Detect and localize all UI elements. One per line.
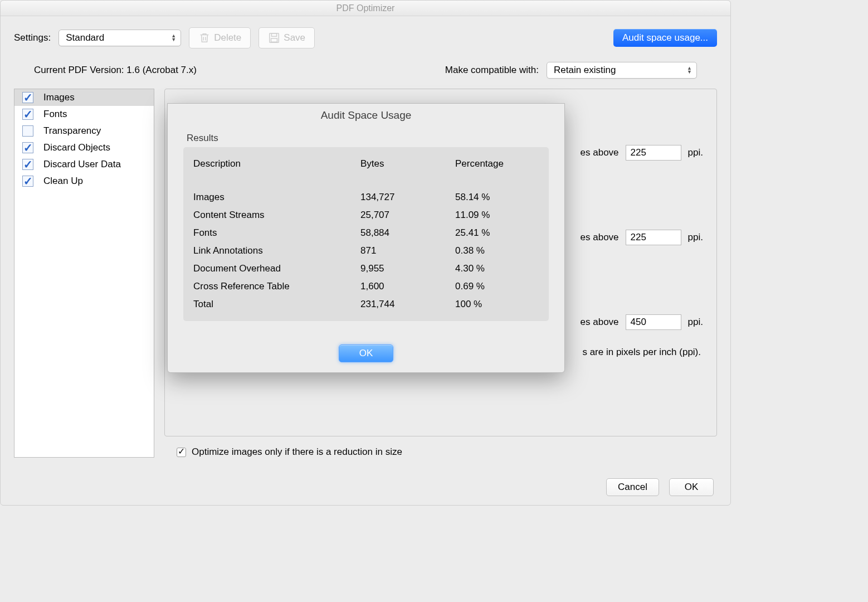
- audit-space-usage-dialog: Audit Space Usage Results Description By…: [167, 103, 565, 373]
- cell-desc: Images: [193, 192, 360, 203]
- settings-toolbar: Settings: Standard ▲▼ Delete Save Audit …: [1, 16, 730, 54]
- table-row: Images 134,727 58.14 %: [193, 188, 539, 206]
- cell-pct: 4.30 %: [455, 263, 539, 274]
- results-label: Results: [168, 133, 564, 147]
- table-row: Content Streams 25,707 11.09 %: [193, 206, 539, 224]
- ok-button[interactable]: OK: [669, 478, 714, 496]
- ppi-unit: ppi.: [688, 317, 703, 328]
- checkbox-icon[interactable]: [22, 142, 33, 153]
- ppi-input-3[interactable]: [626, 314, 681, 330]
- checkbox-icon[interactable]: [22, 159, 33, 170]
- ppi-row-text: es above: [581, 232, 619, 243]
- sidebar-item-clean-up[interactable]: Clean Up: [14, 173, 154, 190]
- audit-space-usage-button[interactable]: Audit space usage...: [613, 29, 717, 47]
- cell-pct: 11.09 %: [455, 210, 539, 221]
- cell-pct: 58.14 %: [455, 192, 539, 203]
- ppi-row-text: es above: [581, 317, 619, 328]
- sidebar-item-label: Clean Up: [43, 176, 83, 187]
- dialog-ok-button[interactable]: OK: [339, 344, 393, 362]
- ppi-input-1[interactable]: [626, 145, 681, 161]
- cell-bytes: 9,955: [360, 263, 455, 274]
- sidebar-item-label: Transparency: [43, 125, 101, 137]
- compatibility-select-value: Retain existing: [554, 65, 616, 76]
- sidebar-item-transparency[interactable]: Transparency: [14, 123, 154, 139]
- delete-button: Delete: [189, 27, 251, 48]
- cell-bytes: 25,707: [360, 210, 455, 221]
- save-button-label: Save: [284, 32, 305, 43]
- sidebar-item-label: Discard User Data: [43, 159, 121, 170]
- cell-bytes: 1,600: [360, 281, 455, 292]
- checkbox-icon[interactable]: [22, 125, 33, 137]
- table-row-total: Total 231,744 100 %: [193, 295, 539, 313]
- make-compatible-label: Make compatible with:: [445, 65, 539, 76]
- checkbox-icon[interactable]: [22, 176, 33, 187]
- cell-pct: 100 %: [455, 299, 539, 310]
- sidebar-item-discard-user-data[interactable]: Discard User Data: [14, 156, 154, 173]
- ppi-input-2[interactable]: [626, 230, 681, 245]
- sidebar-item-label: Images: [43, 92, 75, 103]
- category-sidebar: Images Fonts Transparency Discard Object…: [14, 89, 154, 458]
- chevron-updown-icon: ▲▼: [171, 34, 176, 42]
- cell-desc: Total: [193, 299, 360, 310]
- optimize-only-checkbox[interactable]: [177, 448, 186, 457]
- cell-pct: 0.69 %: [455, 281, 539, 292]
- table-row: Document Overhead 9,955 4.30 %: [193, 260, 539, 278]
- sidebar-item-images[interactable]: Images: [14, 89, 154, 106]
- version-compat-row: Current PDF Version: 1.6 (Acrobat 7.x) M…: [1, 54, 730, 83]
- trash-icon: [198, 31, 211, 45]
- compatibility-select[interactable]: Retain existing ▲▼: [547, 62, 697, 79]
- table-row: Link Annotations 871 0.38 %: [193, 242, 539, 260]
- dialog-title: Audit Space Usage: [168, 104, 564, 133]
- cell-desc: Content Streams: [193, 210, 360, 221]
- save-button: Save: [259, 27, 315, 48]
- col-header-bytes: Bytes: [360, 158, 455, 169]
- optimize-only-if-reduction-row: Optimize images only if there is a reduc…: [164, 436, 717, 458]
- optimize-only-label: Optimize images only if there is a reduc…: [192, 446, 402, 458]
- floppy-icon: [268, 31, 280, 45]
- delete-button-label: Delete: [214, 32, 241, 43]
- sidebar-item-discard-objects[interactable]: Discard Objects: [14, 139, 154, 156]
- settings-select-value: Standard: [66, 32, 104, 43]
- current-pdf-version-label: Current PDF Version: 1.6 (Acrobat 7.x): [34, 65, 197, 76]
- ppi-unit: ppi.: [688, 147, 703, 158]
- ppi-row-text: es above: [581, 147, 619, 158]
- cell-pct: 0.38 %: [455, 245, 539, 256]
- cell-bytes: 134,727: [360, 192, 455, 203]
- ppi-unit: ppi.: [688, 232, 703, 243]
- sidebar-item-fonts[interactable]: Fonts: [14, 106, 154, 123]
- sidebar-item-label: Discard Objects: [43, 142, 110, 153]
- checkbox-icon[interactable]: [22, 92, 33, 103]
- cancel-button[interactable]: Cancel: [606, 478, 659, 496]
- col-header-percentage: Percentage: [455, 158, 539, 169]
- sidebar-item-label: Fonts: [43, 109, 67, 120]
- svg-rect-1: [272, 33, 277, 37]
- cell-desc: Document Overhead: [193, 263, 360, 274]
- cell-bytes: 58,884: [360, 227, 455, 239]
- pdf-optimizer-window: PDF Optimizer Settings: Standard ▲▼ Dele…: [0, 0, 731, 506]
- cell-desc: Fonts: [193, 227, 360, 239]
- cell-desc: Link Annotations: [193, 245, 360, 256]
- checkbox-icon[interactable]: [22, 109, 33, 120]
- results-table: Description Bytes Percentage Images 134,…: [183, 147, 549, 321]
- window-title: PDF Optimizer: [1, 1, 730, 16]
- cell-bytes: 871: [360, 245, 455, 256]
- settings-label: Settings:: [14, 32, 51, 43]
- cell-bytes: 231,744: [360, 299, 455, 310]
- dialog-footer: Cancel OK: [606, 478, 714, 496]
- table-row: Fonts 58,884 25.41 %: [193, 224, 539, 242]
- chevron-updown-icon: ▲▼: [687, 66, 692, 74]
- table-row: Cross Reference Table 1,600 0.69 %: [193, 278, 539, 295]
- cell-pct: 25.41 %: [455, 227, 539, 239]
- col-header-description: Description: [193, 158, 360, 169]
- results-header-row: Description Bytes Percentage: [193, 155, 539, 173]
- settings-select[interactable]: Standard ▲▼: [58, 30, 181, 46]
- svg-rect-2: [271, 38, 277, 42]
- cell-desc: Cross Reference Table: [193, 281, 360, 292]
